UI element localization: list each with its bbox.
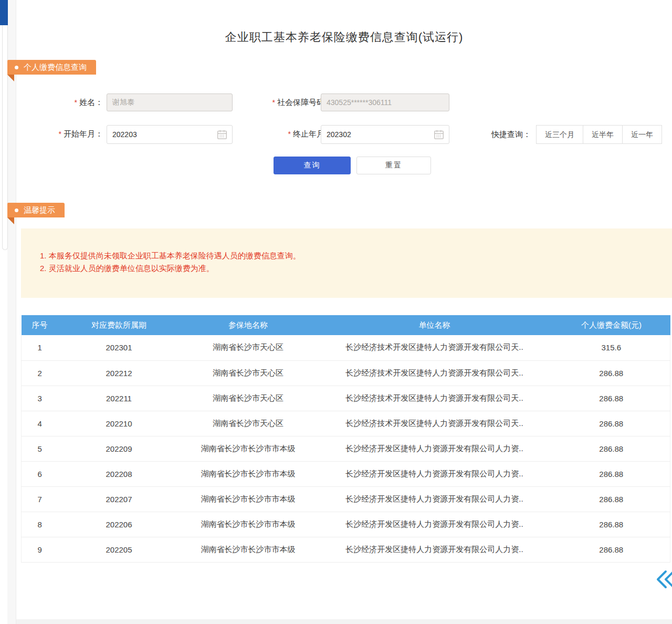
name-label: *姓名： xyxy=(16,93,103,111)
quick-query-label: 快捷查询： xyxy=(476,125,531,144)
table-cell: 湖南省长沙市天心区 xyxy=(180,335,317,360)
table-cell: 4 xyxy=(22,411,58,436)
table-cell: 8 xyxy=(22,512,58,537)
table-cell: 长沙经济开发区捷特人力资源开发有限公司人力资.. xyxy=(317,461,553,486)
table-cell: 202211 xyxy=(58,386,180,411)
table-cell: 286.88 xyxy=(553,436,670,461)
payment-records-table: 序号对应费款所属期参保地名称单位名称个人缴费金额(元) 1202301湖南省长沙… xyxy=(21,315,670,563)
table-cell: 湖南省长沙市长沙市市本级 xyxy=(180,512,317,537)
section-badge-label: 温馨提示 xyxy=(24,203,55,217)
quick-button-last-3-months[interactable]: 近三个月 xyxy=(536,125,583,144)
table-cell: 湖南省长沙市长沙市市本级 xyxy=(180,537,317,562)
tips-line: 2. 灵活就业人员的缴费单位信息以实际缴费为准。 xyxy=(40,262,672,275)
table-body: 1202301湖南省长沙市天心区长沙经济技术开发区捷特人力资源开发有限公司天..… xyxy=(22,335,670,562)
section-badge-label: 个人缴费信息查询 xyxy=(24,60,87,75)
table-cell: 长沙经济技术开发区捷特人力资源开发有限公司天.. xyxy=(317,335,553,360)
section-badge-personal-payment-query: 个人缴费信息查询 xyxy=(7,60,96,75)
table-header-cell: 个人缴费金额(元) xyxy=(553,315,670,335)
section-badge-tips: 温馨提示 xyxy=(7,203,65,217)
table-row: 5202209湖南省长沙市长沙市市本级长沙经济开发区捷特人力资源开发有限公司人力… xyxy=(22,436,670,461)
table-cell: 7 xyxy=(22,486,58,512)
table-cell: 286.88 xyxy=(553,461,670,486)
table-cell: 202301 xyxy=(58,335,180,360)
required-asterisk: * xyxy=(288,130,291,138)
start-month-label: *开始年月： xyxy=(16,125,103,143)
table-row: 8202206湖南省长沙市长沙市市本级长沙经济开发区捷特人力资源开发有限公司人力… xyxy=(22,512,670,537)
table-row: 1202301湖南省长沙市天心区长沙经济技术开发区捷特人力资源开发有限公司天..… xyxy=(22,335,670,360)
quick-button-last-year[interactable]: 近一年 xyxy=(622,125,662,144)
section-bullet-icon xyxy=(15,209,18,212)
table-cell: 202206 xyxy=(58,512,180,537)
table-cell: 202210 xyxy=(58,411,180,436)
table-cell: 5 xyxy=(22,436,58,461)
table-header-cell: 参保地名称 xyxy=(180,315,317,335)
table-header-cell: 对应费款所属期 xyxy=(58,315,180,335)
table-cell: 湖南省长沙市天心区 xyxy=(180,411,317,436)
table-cell: 6 xyxy=(22,461,58,486)
required-asterisk: * xyxy=(75,98,77,107)
table-row: 3202211湖南省长沙市天心区长沙经济技术开发区捷特人力资源开发有限公司天..… xyxy=(22,386,670,411)
ssn-field[interactable] xyxy=(321,93,449,111)
table-cell: 长沙经济开发区捷特人力资源开发有限公司人力资.. xyxy=(317,537,553,562)
table-cell: 202205 xyxy=(58,537,180,562)
table-cell: 长沙经济开发区捷特人力资源开发有限公司人力资.. xyxy=(317,512,553,537)
end-month-picker[interactable] xyxy=(321,125,449,144)
table-row: 9202205湖南省长沙市长沙市市本级长沙经济开发区捷特人力资源开发有限公司人力… xyxy=(22,537,670,562)
quick-query-group: 近三个月 近半年 近一年 xyxy=(536,125,662,144)
table-cell: 长沙经济技术开发区捷特人力资源开发有限公司天.. xyxy=(317,386,553,411)
required-asterisk: * xyxy=(59,130,61,138)
calendar-icon[interactable] xyxy=(216,129,228,140)
table-cell: 202212 xyxy=(58,360,180,386)
table-cell: 9 xyxy=(22,537,58,562)
ssn-label: *社会保障号码： xyxy=(237,93,332,111)
table-row: 2202212湖南省长沙市天心区长沙经济技术开发区捷特人力资源开发有限公司天..… xyxy=(22,360,670,386)
section-bullet-icon xyxy=(15,66,18,69)
tips-notice-box: 1. 本服务仅提供尚未领取企业职工基本养老保险待遇人员的缴费信息查询。 2. 灵… xyxy=(21,228,672,298)
table-cell: 286.88 xyxy=(553,486,670,512)
table-cell: 湖南省长沙市长沙市市本级 xyxy=(180,461,317,486)
tips-line: 1. 本服务仅提供尚未领取企业职工基本养老保险待遇人员的缴费信息查询。 xyxy=(40,249,672,262)
page-title: 企业职工基本养老保险缴费信息查询(试运行) xyxy=(16,29,672,45)
collapse-double-chevron-left-icon[interactable] xyxy=(655,569,672,589)
start-month-picker[interactable] xyxy=(107,125,233,144)
table-cell: 286.88 xyxy=(553,537,670,562)
table-header-cell: 单位名称 xyxy=(317,315,553,335)
table-cell: 长沙经济开发区捷特人力资源开发有限公司人力资.. xyxy=(317,436,553,461)
table-cell: 2 xyxy=(22,360,58,386)
required-asterisk: * xyxy=(272,98,275,107)
table-row: 7202207湖南省长沙市长沙市市本级长沙经济开发区捷特人力资源开发有限公司人力… xyxy=(22,486,670,512)
table-cell: 286.88 xyxy=(553,411,670,436)
reset-button[interactable]: 重置 xyxy=(356,157,431,174)
table-cell: 湖南省长沙市天心区 xyxy=(180,386,317,411)
table-cell: 1 xyxy=(22,335,58,360)
table-cell: 286.88 xyxy=(553,512,670,537)
table-cell: 3 xyxy=(22,386,58,411)
table-cell: 湖南省长沙市天心区 xyxy=(180,360,317,386)
corner-blue-block xyxy=(0,0,8,25)
query-button[interactable]: 查询 xyxy=(274,157,351,174)
left-gutter xyxy=(7,0,16,624)
start-month-field[interactable] xyxy=(107,130,216,139)
table-cell: 286.88 xyxy=(553,360,670,386)
table-cell: 286.88 xyxy=(553,386,670,411)
end-month-field[interactable] xyxy=(321,130,433,139)
main-panel: 企业职工基本养老保险缴费信息查询(试运行) 个人缴费信息查询 *姓名： *社会保… xyxy=(16,0,672,624)
table-cell: 315.6 xyxy=(553,335,670,360)
table-header-cell: 序号 xyxy=(22,315,58,335)
table-cell: 长沙经济技术开发区捷特人力资源开发有限公司天.. xyxy=(317,360,553,386)
quick-button-last-half-year[interactable]: 近半年 xyxy=(583,125,623,144)
table-cell: 202208 xyxy=(58,461,180,486)
table-cell: 长沙经济开发区捷特人力资源开发有限公司人力资.. xyxy=(317,486,553,512)
table-row: 4202210湖南省长沙市天心区长沙经济技术开发区捷特人力资源开发有限公司天..… xyxy=(22,411,670,436)
calendar-icon[interactable] xyxy=(433,129,445,140)
table-row: 6202208湖南省长沙市长沙市市本级长沙经济开发区捷特人力资源开发有限公司人力… xyxy=(22,461,670,486)
end-month-label: *终止年月： xyxy=(237,125,332,143)
table-cell: 湖南省长沙市长沙市市本级 xyxy=(180,436,317,461)
table-cell: 长沙经济技术开发区捷特人力资源开发有限公司天.. xyxy=(317,411,553,436)
name-field[interactable] xyxy=(107,93,233,111)
table-cell: 湖南省长沙市长沙市市本级 xyxy=(180,486,317,512)
footer-strip xyxy=(16,619,672,624)
table-cell: 202209 xyxy=(58,436,180,461)
table-header-row: 序号对应费款所属期参保地名称单位名称个人缴费金额(元) xyxy=(22,315,670,335)
table-cell: 202207 xyxy=(58,486,180,512)
